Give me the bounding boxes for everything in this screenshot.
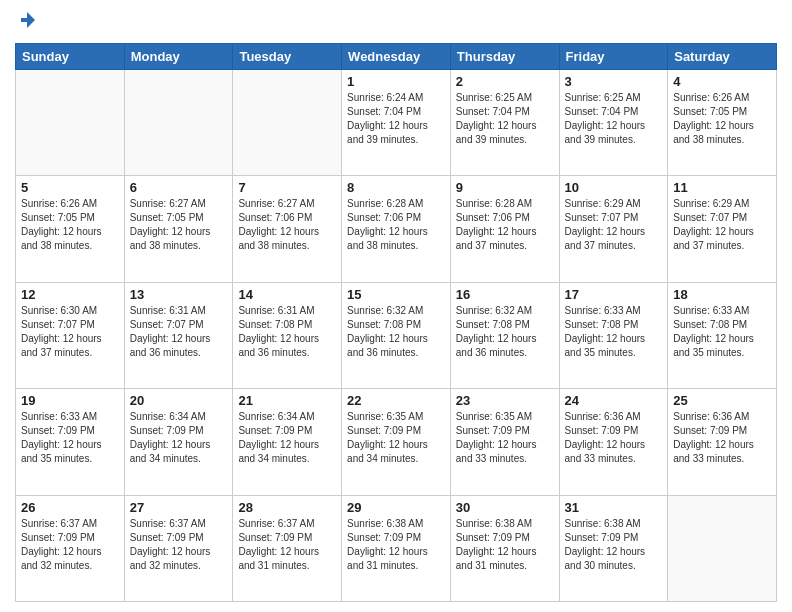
day-info: Sunrise: 6:25 AM Sunset: 7:04 PM Dayligh… (456, 91, 554, 147)
calendar-cell (233, 69, 342, 175)
day-info: Sunrise: 6:35 AM Sunset: 7:09 PM Dayligh… (456, 410, 554, 466)
calendar-cell: 2Sunrise: 6:25 AM Sunset: 7:04 PM Daylig… (450, 69, 559, 175)
calendar-cell: 20Sunrise: 6:34 AM Sunset: 7:09 PM Dayli… (124, 389, 233, 495)
calendar-cell: 26Sunrise: 6:37 AM Sunset: 7:09 PM Dayli… (16, 495, 125, 601)
calendar-cell: 10Sunrise: 6:29 AM Sunset: 7:07 PM Dayli… (559, 176, 668, 282)
day-number: 9 (456, 180, 554, 195)
day-number: 6 (130, 180, 228, 195)
day-info: Sunrise: 6:34 AM Sunset: 7:09 PM Dayligh… (238, 410, 336, 466)
calendar-cell: 19Sunrise: 6:33 AM Sunset: 7:09 PM Dayli… (16, 389, 125, 495)
calendar-cell: 4Sunrise: 6:26 AM Sunset: 7:05 PM Daylig… (668, 69, 777, 175)
day-info: Sunrise: 6:35 AM Sunset: 7:09 PM Dayligh… (347, 410, 445, 466)
calendar-header-row: SundayMondayTuesdayWednesdayThursdayFrid… (16, 43, 777, 69)
day-number: 30 (456, 500, 554, 515)
weekday-header-thursday: Thursday (450, 43, 559, 69)
calendar-cell: 15Sunrise: 6:32 AM Sunset: 7:08 PM Dayli… (342, 282, 451, 388)
day-info: Sunrise: 6:25 AM Sunset: 7:04 PM Dayligh… (565, 91, 663, 147)
calendar-cell: 12Sunrise: 6:30 AM Sunset: 7:07 PM Dayli… (16, 282, 125, 388)
weekday-header-saturday: Saturday (668, 43, 777, 69)
day-number: 3 (565, 74, 663, 89)
day-info: Sunrise: 6:38 AM Sunset: 7:09 PM Dayligh… (456, 517, 554, 573)
day-number: 22 (347, 393, 445, 408)
day-number: 29 (347, 500, 445, 515)
day-info: Sunrise: 6:28 AM Sunset: 7:06 PM Dayligh… (347, 197, 445, 253)
logo (15, 10, 37, 35)
day-info: Sunrise: 6:30 AM Sunset: 7:07 PM Dayligh… (21, 304, 119, 360)
calendar-cell: 22Sunrise: 6:35 AM Sunset: 7:09 PM Dayli… (342, 389, 451, 495)
day-number: 1 (347, 74, 445, 89)
day-number: 20 (130, 393, 228, 408)
calendar-cell: 17Sunrise: 6:33 AM Sunset: 7:08 PM Dayli… (559, 282, 668, 388)
day-info: Sunrise: 6:36 AM Sunset: 7:09 PM Dayligh… (673, 410, 771, 466)
day-info: Sunrise: 6:38 AM Sunset: 7:09 PM Dayligh… (347, 517, 445, 573)
day-number: 25 (673, 393, 771, 408)
day-info: Sunrise: 6:32 AM Sunset: 7:08 PM Dayligh… (347, 304, 445, 360)
day-info: Sunrise: 6:26 AM Sunset: 7:05 PM Dayligh… (21, 197, 119, 253)
calendar-cell: 16Sunrise: 6:32 AM Sunset: 7:08 PM Dayli… (450, 282, 559, 388)
day-number: 11 (673, 180, 771, 195)
day-info: Sunrise: 6:24 AM Sunset: 7:04 PM Dayligh… (347, 91, 445, 147)
day-number: 18 (673, 287, 771, 302)
calendar-week-1: 1Sunrise: 6:24 AM Sunset: 7:04 PM Daylig… (16, 69, 777, 175)
day-number: 13 (130, 287, 228, 302)
day-info: Sunrise: 6:37 AM Sunset: 7:09 PM Dayligh… (238, 517, 336, 573)
day-info: Sunrise: 6:31 AM Sunset: 7:08 PM Dayligh… (238, 304, 336, 360)
day-number: 10 (565, 180, 663, 195)
day-number: 4 (673, 74, 771, 89)
calendar-cell (124, 69, 233, 175)
day-number: 31 (565, 500, 663, 515)
day-number: 2 (456, 74, 554, 89)
day-info: Sunrise: 6:31 AM Sunset: 7:07 PM Dayligh… (130, 304, 228, 360)
calendar-cell: 29Sunrise: 6:38 AM Sunset: 7:09 PM Dayli… (342, 495, 451, 601)
day-info: Sunrise: 6:38 AM Sunset: 7:09 PM Dayligh… (565, 517, 663, 573)
day-number: 7 (238, 180, 336, 195)
day-info: Sunrise: 6:29 AM Sunset: 7:07 PM Dayligh… (565, 197, 663, 253)
calendar-cell: 14Sunrise: 6:31 AM Sunset: 7:08 PM Dayli… (233, 282, 342, 388)
calendar-cell: 28Sunrise: 6:37 AM Sunset: 7:09 PM Dayli… (233, 495, 342, 601)
day-number: 26 (21, 500, 119, 515)
calendar-table: SundayMondayTuesdayWednesdayThursdayFrid… (15, 43, 777, 602)
calendar-week-4: 19Sunrise: 6:33 AM Sunset: 7:09 PM Dayli… (16, 389, 777, 495)
calendar-cell: 1Sunrise: 6:24 AM Sunset: 7:04 PM Daylig… (342, 69, 451, 175)
weekday-header-wednesday: Wednesday (342, 43, 451, 69)
day-info: Sunrise: 6:26 AM Sunset: 7:05 PM Dayligh… (673, 91, 771, 147)
calendar-cell: 27Sunrise: 6:37 AM Sunset: 7:09 PM Dayli… (124, 495, 233, 601)
calendar-cell: 3Sunrise: 6:25 AM Sunset: 7:04 PM Daylig… (559, 69, 668, 175)
day-info: Sunrise: 6:33 AM Sunset: 7:08 PM Dayligh… (565, 304, 663, 360)
day-number: 14 (238, 287, 336, 302)
day-info: Sunrise: 6:28 AM Sunset: 7:06 PM Dayligh… (456, 197, 554, 253)
calendar-cell: 31Sunrise: 6:38 AM Sunset: 7:09 PM Dayli… (559, 495, 668, 601)
day-info: Sunrise: 6:37 AM Sunset: 7:09 PM Dayligh… (130, 517, 228, 573)
day-info: Sunrise: 6:34 AM Sunset: 7:09 PM Dayligh… (130, 410, 228, 466)
day-number: 28 (238, 500, 336, 515)
calendar-cell (16, 69, 125, 175)
day-info: Sunrise: 6:33 AM Sunset: 7:08 PM Dayligh… (673, 304, 771, 360)
calendar-cell: 21Sunrise: 6:34 AM Sunset: 7:09 PM Dayli… (233, 389, 342, 495)
calendar-cell: 5Sunrise: 6:26 AM Sunset: 7:05 PM Daylig… (16, 176, 125, 282)
day-number: 15 (347, 287, 445, 302)
day-number: 5 (21, 180, 119, 195)
logo-icon (17, 10, 37, 30)
calendar-week-5: 26Sunrise: 6:37 AM Sunset: 7:09 PM Dayli… (16, 495, 777, 601)
calendar-cell: 18Sunrise: 6:33 AM Sunset: 7:08 PM Dayli… (668, 282, 777, 388)
calendar-cell: 25Sunrise: 6:36 AM Sunset: 7:09 PM Dayli… (668, 389, 777, 495)
day-number: 21 (238, 393, 336, 408)
day-info: Sunrise: 6:32 AM Sunset: 7:08 PM Dayligh… (456, 304, 554, 360)
day-number: 16 (456, 287, 554, 302)
weekday-header-sunday: Sunday (16, 43, 125, 69)
day-number: 17 (565, 287, 663, 302)
day-info: Sunrise: 6:27 AM Sunset: 7:06 PM Dayligh… (238, 197, 336, 253)
calendar-cell (668, 495, 777, 601)
weekday-header-tuesday: Tuesday (233, 43, 342, 69)
day-info: Sunrise: 6:29 AM Sunset: 7:07 PM Dayligh… (673, 197, 771, 253)
day-number: 19 (21, 393, 119, 408)
day-info: Sunrise: 6:37 AM Sunset: 7:09 PM Dayligh… (21, 517, 119, 573)
day-info: Sunrise: 6:36 AM Sunset: 7:09 PM Dayligh… (565, 410, 663, 466)
day-number: 27 (130, 500, 228, 515)
day-info: Sunrise: 6:33 AM Sunset: 7:09 PM Dayligh… (21, 410, 119, 466)
day-info: Sunrise: 6:27 AM Sunset: 7:05 PM Dayligh… (130, 197, 228, 253)
calendar-week-2: 5Sunrise: 6:26 AM Sunset: 7:05 PM Daylig… (16, 176, 777, 282)
calendar-cell: 30Sunrise: 6:38 AM Sunset: 7:09 PM Dayli… (450, 495, 559, 601)
header (15, 10, 777, 35)
calendar-week-3: 12Sunrise: 6:30 AM Sunset: 7:07 PM Dayli… (16, 282, 777, 388)
